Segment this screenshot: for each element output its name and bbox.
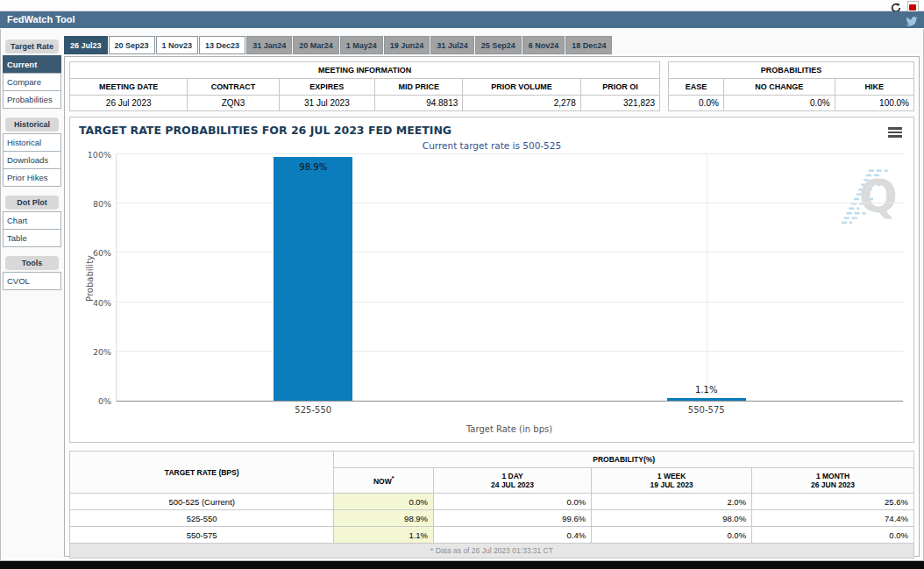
horizontal-gridline [117, 153, 903, 154]
horizontal-gridline [117, 351, 903, 352]
meeting-info-header-row: MEETING DATECONTRACTEXPIRESMID PRICEPRIO… [70, 79, 659, 96]
probabilities-summary-column-header: NO CHANGE [724, 79, 835, 95]
probability-bar[interactable] [274, 157, 352, 401]
chart-subtitle: Current target rate is 500-525 [70, 140, 913, 151]
data-as-of-footnote: * Data as of 26 Jul 2023 01:33:31 CT [70, 544, 914, 558]
month-probability-cell: 25.6% [752, 494, 914, 510]
x-axis-tick-label: 525-550 [295, 405, 331, 415]
horizontal-gridline [117, 203, 903, 203]
sidebar-item-probabilities[interactable]: Probabilities [3, 90, 61, 109]
x-axis-tick-label: 550-575 [688, 405, 725, 415]
tab-13-dec23[interactable]: 13 Dec23 [199, 36, 245, 54]
sidebar-item-compare[interactable]: Compare [3, 73, 61, 91]
probabilities-summary-value: 0.0% [724, 96, 835, 110]
tab-1-may24[interactable]: 1 May24 [340, 36, 383, 54]
tab-1-nov23[interactable]: 1 Nov23 [156, 36, 199, 54]
probabilities-summary-value: 100.0% [835, 96, 913, 110]
tab-25-sep24[interactable]: 25 Sep24 [475, 36, 522, 54]
tab-18-dec24[interactable]: 18 Dec24 [565, 36, 612, 54]
tab-19-jun24[interactable]: 19 Jun24 [384, 36, 430, 54]
day-probability-cell: 0.4% [434, 527, 592, 544]
sidebar-section: ToolsCVOL [3, 256, 61, 290]
meeting-info-table: MEETING INFORMATION MEETING DATECONTRACT… [69, 61, 660, 111]
meeting-info-value: 2,278 [463, 96, 580, 110]
watermark-dashes [838, 158, 899, 226]
month-probability-cell: 74.4% [752, 510, 914, 527]
sidebar-section-header: Dot Plot [5, 196, 59, 210]
meeting-info-value: 31 Jul 2023 [280, 96, 376, 110]
sidebar-section-header: Target Rate [5, 39, 59, 53]
probabilities-summary-value-row: 0.0%0.0%100.0% [669, 96, 913, 110]
target-rate-cell: 500-525 (Current) [70, 494, 334, 510]
plot-area: Q 0%20%40%60%80%100%98.9%525-5501.1%550-… [116, 154, 903, 402]
probability-chart: TARGET RATE PROBABILITIES FOR 26 JUL 202… [69, 117, 914, 443]
content-panel: MEETING INFORMATION MEETING DATECONTRACT… [64, 56, 920, 557]
watermark-q: Q [859, 174, 898, 219]
table-row: 550-5751.1%0.4%0.0%0.0% [70, 527, 914, 544]
sidebar-item-prior-hikes[interactable]: Prior Hikes [3, 168, 61, 187]
meeting-info-column-header: PRIOR OI [581, 79, 659, 95]
meeting-info-value: ZQN3 [188, 96, 279, 110]
meeting-info-value: 26 Jul 2023 [70, 96, 188, 110]
chart-menu-icon[interactable] [888, 127, 902, 139]
probability-group-header: PROBABILITY(%) [334, 452, 914, 468]
y-axis-tick-label: 20% [93, 346, 111, 356]
meeting-info-value-row: 26 Jul 2023ZQN331 Jul 202394.88132,27832… [70, 96, 659, 110]
week-probability-cell: 98.0% [592, 510, 752, 527]
day-probability-cell: 0.0% [434, 494, 592, 510]
sidebar-item-downloads[interactable]: Downloads [3, 151, 61, 169]
horizontal-gridline [117, 252, 903, 252]
sidebar-section: HistoricalHistoricalDownloadsPrior Hikes [3, 117, 61, 187]
table-row: 525-55098.9%99.6%98.0%74.4% [70, 510, 914, 527]
app-body: Target RateCurrentCompareProbabilitiesHi… [0, 29, 924, 561]
app-header: FedWatch Tool [0, 11, 924, 28]
probability-table-subheader: NOW* [334, 468, 434, 494]
meeting-info-column-header: PRIOR VOLUME [463, 79, 580, 95]
probabilities-summary-value: 0.0% [669, 96, 724, 110]
app-title: FedWatch Tool [7, 14, 75, 25]
sidebar-item-current[interactable]: Current [3, 55, 61, 74]
probabilities-summary-column-header: HIKE [835, 79, 913, 95]
y-axis-tick-label: 0% [98, 396, 111, 406]
target-rate-header: TARGET RATE (BPS) [70, 452, 334, 494]
probabilities-summary-header-row: EASENO CHANGEHIKE [669, 79, 913, 96]
month-probability-cell: 0.0% [752, 527, 914, 544]
chart-title: TARGET RATE PROBABILITIES FOR 26 JUL 202… [79, 124, 451, 137]
main-panel: 26 Jul2320 Sep231 Nov2313 Dec2331 Jan242… [64, 36, 920, 557]
y-axis-title: Probability [85, 255, 95, 302]
info-row: MEETING INFORMATION MEETING DATECONTRACT… [69, 61, 914, 111]
y-axis-tick-label: 100% [88, 150, 111, 160]
tab-20-mar24[interactable]: 20 Mar24 [293, 36, 339, 54]
now-probability-cell: 98.9% [334, 510, 434, 527]
probability-table-subheader: 1 MONTH26 JUN 2023 [752, 468, 914, 494]
horizontal-gridline [117, 302, 903, 302]
meeting-info-value: 94.8813 [375, 96, 463, 110]
tab-26-jul23[interactable]: 26 Jul23 [64, 36, 108, 54]
sidebar-item-cvol[interactable]: CVOL [3, 272, 61, 290]
vertical-gridline [707, 154, 707, 401]
sidebar-item-historical[interactable]: Historical [3, 133, 61, 152]
sidebar-item-table[interactable]: Table [3, 229, 61, 247]
tab-6-nov24[interactable]: 6 Nov24 [522, 36, 565, 54]
probability-bar[interactable] [667, 398, 746, 401]
tab-31-jul24[interactable]: 31 Jul24 [430, 36, 474, 54]
sidebar-section-header: Tools [5, 256, 59, 270]
pdf-glyph [909, 4, 916, 11]
probabilities-summary-title: PROBABILITIES [669, 62, 913, 79]
top-strip [0, 0, 924, 11]
meeting-info-column-header: CONTRACT [188, 79, 279, 95]
sidebar-item-chart[interactable]: Chart [3, 211, 61, 230]
sidebar-section-header: Historical [5, 117, 59, 132]
tab-31-jan24[interactable]: 31 Jan24 [246, 36, 292, 54]
bottom-bar [0, 561, 924, 569]
week-probability-cell: 2.0% [592, 494, 752, 510]
meeting-info-value: 321,823 [581, 96, 659, 110]
target-rate-cell: 550-575 [70, 527, 334, 544]
quikstrike-watermark: Q [838, 158, 899, 226]
y-axis-tick-label: 60% [93, 248, 111, 258]
y-axis-tick-label: 40% [93, 297, 111, 307]
probability-table-subheader: 1 WEEK19 JUL 2023 [592, 468, 752, 494]
table-row: 500-525 (Current)0.0%0.0%2.0%25.6% [70, 494, 914, 510]
tab-20-sep23[interactable]: 20 Sep23 [109, 36, 155, 54]
meeting-info-column-header: MEETING DATE [70, 79, 188, 95]
